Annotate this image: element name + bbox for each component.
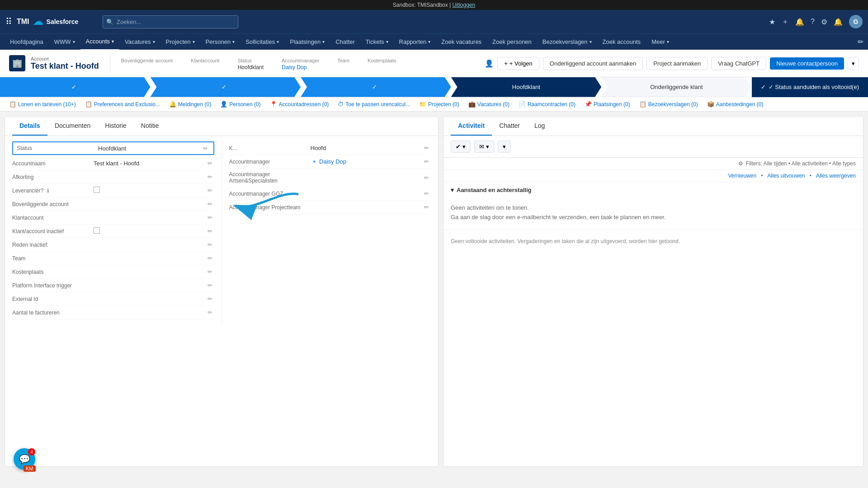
edit-icon[interactable]: ✏	[422, 145, 431, 151]
related-aanbestedingen[interactable]: 📦Aanbestedingen (0)	[707, 101, 764, 108]
edit-icon[interactable]: ✏	[206, 309, 214, 316]
field-am-projectteam: Accountmanager Projectteam ✏	[229, 201, 431, 214]
edit-icon[interactable]: ✏	[206, 228, 214, 235]
activity-section-title[interactable]: ▾ Aanstaand en achterstallig	[443, 182, 863, 196]
edit-icon[interactable]: ✏	[206, 241, 214, 248]
star-icon[interactable]: ★	[769, 18, 775, 26]
nav-item-chatter[interactable]: Chatter	[330, 34, 360, 50]
edit-icon[interactable]: ✏	[206, 160, 214, 167]
field-team: Team ✏	[12, 252, 214, 265]
person-icon[interactable]: 👤	[485, 59, 494, 68]
header-icons: ★ ＋ 🔔 ? ⚙ 🔔 G	[769, 15, 863, 28]
related-bezoekverslagen[interactable]: 📋Bezoekverslagen (0)	[639, 101, 698, 108]
actions-dropdown-button[interactable]: ▾	[848, 57, 859, 70]
checkbox-inactief[interactable]	[94, 227, 100, 234]
chatgpt-button[interactable]: Vraag ChatGPT	[711, 57, 766, 70]
project-button[interactable]: Project aanmaken	[646, 57, 708, 70]
field-label-external: External Id	[12, 296, 94, 302]
related-meldingen[interactable]: 🔔Meldingen (0)	[169, 101, 211, 108]
sub-account-button[interactable]: Onderliggend account aanmaken	[543, 57, 643, 70]
related-accountadressen[interactable]: 📍Accountadressen (0)	[270, 101, 329, 108]
nav-item-sollicitaties[interactable]: Sollicitaties ▾	[240, 34, 284, 50]
edit-icon[interactable]: ✏	[206, 255, 214, 262]
notifications-icon[interactable]: 🔔	[834, 18, 843, 26]
related-plaatsingen[interactable]: 📌Plaatsingen (0)	[585, 101, 630, 108]
alles-weergeven-link[interactable]: Alles weergeven	[816, 173, 856, 179]
nav-edit-icon[interactable]: ✏	[858, 38, 863, 46]
complete-status-button[interactable]: ✓ ✓ Status aanduiden als voltooid(e)	[752, 77, 868, 97]
waffle-icon[interactable]: ⠿	[5, 16, 12, 27]
tab-activiteit[interactable]: Activiteit	[451, 117, 492, 136]
search-input[interactable]	[103, 15, 238, 28]
new-task-button[interactable]: ✔ ▾	[451, 141, 471, 153]
edit-icon[interactable]: ✏	[206, 174, 214, 180]
status-step-onderliggend[interactable]: Onderliggende klant	[601, 77, 752, 97]
field-label-accountnaam: Accountnaam	[12, 160, 94, 167]
related-lonen[interactable]: 📋Lonen en tarieven (10+)	[9, 101, 76, 108]
tab-log[interactable]: Log	[527, 117, 552, 136]
activity-filters: ⚙ Filters: Alle tijden • Alle activiteit…	[443, 158, 863, 170]
edit-icon[interactable]: ✏	[206, 296, 214, 302]
activity-tabs: Activiteit Chatter Log	[443, 117, 863, 136]
alles-uitvouwen-link[interactable]: Alles uitvouwen	[767, 173, 805, 179]
edit-icon[interactable]: ✏	[422, 204, 431, 211]
tmi-label: TMI	[17, 18, 29, 26]
edit-icon[interactable]: ✏	[206, 187, 214, 194]
follow-button[interactable]: + + Volgen	[497, 57, 539, 70]
nav-item-accounts[interactable]: Accounts ▾	[80, 34, 119, 50]
new-contact-button[interactable]: Nieuwe contactpersoon	[770, 57, 844, 70]
nav-item-projecten[interactable]: Projecten ▾	[160, 34, 200, 50]
edit-icon[interactable]: ✏	[206, 214, 214, 221]
bell-icon[interactable]: 🔔	[795, 18, 804, 26]
related-preferences[interactable]: 📋Preferences and Exclusio...	[85, 101, 160, 108]
tab-historie[interactable]: Historie	[98, 117, 133, 136]
edit-icon[interactable]: ✏	[201, 145, 210, 152]
related-projecten[interactable]: 📁Projecten (0)	[419, 101, 459, 108]
edit-icon[interactable]: ✏	[422, 174, 431, 181]
field-value-status: Hoofdklant	[98, 145, 201, 152]
nav-item-plaatsingen[interactable]: Plaatsingen ▾	[284, 34, 330, 50]
tab-notitie[interactable]: Notitie	[134, 117, 166, 136]
help-icon[interactable]: ?	[811, 18, 815, 26]
settings-icon[interactable]: ⚙	[821, 18, 827, 26]
checkbox-leverancier[interactable]	[94, 187, 100, 193]
related-vacatures[interactable]: 💼Vacatures (0)	[468, 101, 509, 108]
avatar[interactable]: G	[849, 15, 863, 28]
am-link[interactable]: 🔹 Daisy Dop	[311, 158, 347, 165]
nav-item-bezoekverslagen[interactable]: Bezoekverslagen ▾	[537, 34, 597, 50]
logout-link[interactable]: Uitloggen	[452, 2, 475, 8]
dropdown-chevron: ▾	[486, 143, 489, 150]
edit-icon[interactable]: ✏	[206, 201, 214, 207]
nav-item-zoek-accounts[interactable]: Zoek accounts	[597, 34, 646, 50]
add-icon[interactable]: ＋	[782, 17, 789, 27]
edit-icon[interactable]: ✏	[206, 268, 214, 275]
tab-documenten[interactable]: Documenten	[47, 117, 98, 136]
nav-item-zoek-personen[interactable]: Zoek personen	[487, 34, 537, 50]
filter-gear-icon[interactable]: ⚙	[738, 160, 743, 167]
tab-chatter[interactable]: Chatter	[492, 117, 527, 136]
related-personen[interactable]: 👤Personen (0)	[220, 101, 260, 108]
nav-item-zoek-vacatures[interactable]: Zoek vacatures	[436, 34, 487, 50]
field-value-leverancier	[94, 187, 206, 194]
edit-icon[interactable]: ✏	[206, 282, 214, 289]
nav-item-tickets[interactable]: Tickets ▾	[360, 34, 394, 50]
nav-item-meer[interactable]: Meer ▾	[646, 34, 675, 50]
nav-item-www[interactable]: WWW ▾	[49, 34, 80, 50]
related-urencalcul[interactable]: ⏱Toe te passen urencalcul...	[338, 101, 410, 108]
field-label-aantal: Aantal te factureren	[12, 310, 94, 316]
edit-icon[interactable]: ✏	[422, 190, 431, 197]
nav-item-vacatures[interactable]: Vacatures ▾	[119, 34, 160, 50]
tab-details[interactable]: Details	[12, 117, 47, 136]
briefcase-icon: 💼	[468, 101, 476, 108]
chevron-down-icon: ▾	[503, 143, 506, 150]
edit-icon[interactable]: ✏	[422, 158, 431, 165]
nav-item-rapporten[interactable]: Rapporten ▾	[394, 34, 436, 50]
nav-item-personen[interactable]: Personen ▾	[200, 34, 241, 50]
nav-item-hoofdpagina[interactable]: Hoofdpagina	[5, 34, 49, 50]
email-button[interactable]: ✉ ▾	[474, 141, 494, 153]
info-icon[interactable]: ℹ	[47, 188, 49, 194]
related-raamcontracten[interactable]: 📄Raamcontracten (0)	[519, 101, 576, 108]
more-activity-button[interactable]: ▾	[498, 141, 511, 153]
vernieuwen-link[interactable]: Vernieuwen	[728, 173, 756, 179]
status-step-hoofdklant[interactable]: Hoofdklant	[451, 77, 602, 97]
